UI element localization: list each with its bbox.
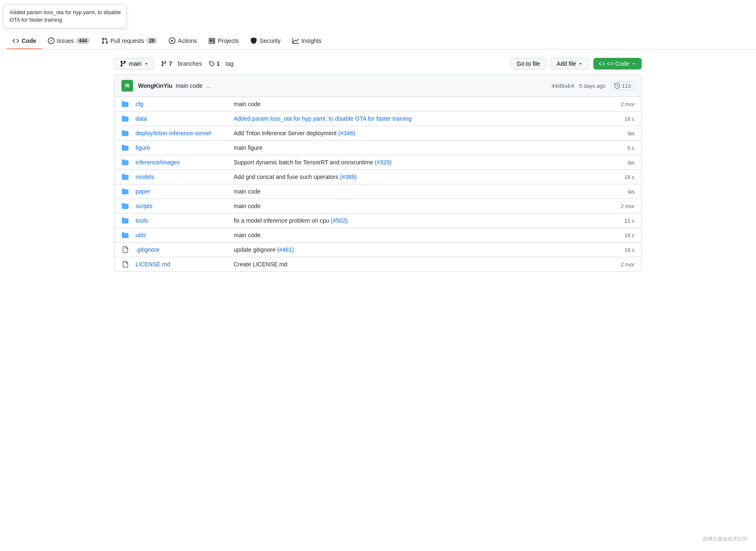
file-name-link[interactable]: .gitignore (136, 246, 160, 253)
commit-time: las (610, 189, 635, 195)
commit-time: 18 c (610, 116, 635, 122)
folder-icon (121, 115, 129, 122)
tab-insights[interactable]: Insights (287, 33, 327, 49)
table-row: dataAdded param loss_ota for hyp.yaml, t… (115, 112, 641, 126)
branch-bar: main 7 branches 1 tag Go to f (114, 58, 642, 69)
add-file-button[interactable]: Add file (551, 58, 590, 69)
commit-time: las (610, 159, 635, 166)
folder-icon (122, 188, 128, 195)
commit-dots[interactable]: ... (206, 82, 211, 89)
security-icon (250, 37, 257, 44)
file-name-link[interactable]: utils (136, 232, 146, 238)
branches-label: branches (178, 60, 202, 67)
commit-author[interactable]: WongKinYiu (138, 82, 172, 89)
commit-issue-link[interactable]: (#329) (375, 159, 391, 166)
go-to-file-button[interactable]: Go to file (511, 58, 546, 69)
table-row: deploy/triton-inference-serverAdd Triton… (115, 126, 641, 141)
commit-description: Added param loss_ota for hyp.yaml, to di… (234, 115, 603, 122)
tab-actions[interactable]: Actions (163, 33, 203, 49)
table-row: figuremain figure5 c (115, 141, 641, 155)
tooltip-line1: Added param loss_ota for hyp.yaml, to di… (10, 9, 121, 15)
commit-description: Add Triton Inference Server deployment (… (234, 130, 603, 137)
add-file-label: Add file (557, 60, 576, 67)
tags-link[interactable]: 1 tag (209, 60, 234, 67)
table-row: utilsmain code18 c (115, 228, 641, 243)
table-row: cfgmain code2 mor (115, 97, 641, 112)
code-btn-label: <> Code (607, 60, 629, 67)
code-button[interactable]: <> Code (593, 58, 642, 69)
issues-icon (48, 37, 54, 44)
commit-time: 18 c (610, 247, 635, 253)
nav-tabs: Code Issues 444 Pull requests 28 Actions… (0, 33, 756, 50)
tab-issues-label: Issues (57, 37, 74, 44)
branch-name: main (129, 60, 141, 67)
commit-message: main code (175, 82, 203, 89)
commit-description: main figure (234, 144, 603, 151)
file-name-link[interactable]: cfg (136, 101, 143, 107)
code-chevron-icon (631, 61, 636, 66)
commit-time: 18 c (610, 232, 635, 238)
tag-icon (209, 61, 215, 67)
commit-issue-link[interactable]: (#346) (338, 130, 355, 137)
file-name-link[interactable]: deploy/triton-inference-server (136, 130, 211, 137)
commit-issue-link[interactable]: (#502) (331, 217, 347, 224)
file-name-link[interactable]: scripts (136, 203, 152, 209)
avatar: W (121, 80, 133, 92)
folder-icon (121, 144, 129, 151)
tab-code[interactable]: Code (7, 33, 42, 49)
commit-description: main code (234, 203, 603, 209)
commit-description: Add grid concat and fuse such operators … (234, 174, 603, 180)
commit-header: W WongKinYiu main code ... 44d8ab4 5 day… (115, 75, 641, 97)
commit-description: fix a model inference problem on cpu (#5… (234, 217, 603, 224)
tags-label: tag (225, 60, 233, 67)
tab-pr-label: Pull requests (111, 37, 144, 44)
branch-bar-left: main 7 branches 1 tag (114, 58, 234, 69)
folder-icon (121, 202, 129, 210)
branches-link[interactable]: 7 branches (161, 60, 202, 67)
commit-issue-link[interactable]: (#389) (340, 174, 356, 180)
file-name-link[interactable]: LICENSE.md (136, 261, 170, 268)
commit-time: 2 mor (610, 101, 635, 107)
commit-issue-link[interactable]: (#461) (277, 246, 294, 253)
chevron-down-icon (144, 61, 149, 66)
commit-history[interactable]: 113 (610, 82, 635, 90)
table-row: toolsfix a model inference problem on cp… (115, 213, 641, 228)
commit-time: 2 mor (610, 203, 635, 209)
folder-icon (122, 232, 128, 238)
file-table: W WongKinYiu main code ... 44d8ab4 5 day… (114, 74, 642, 272)
commit-description: Support dynamic batch for TensorRT and o… (234, 159, 603, 166)
tab-actions-label: Actions (178, 37, 197, 44)
branch-selector[interactable]: main (114, 58, 154, 69)
file-name-link[interactable]: data (136, 115, 147, 122)
file-name-link[interactable]: tools (136, 217, 148, 224)
table-row: .gitignoreupdate gitignore (#461)18 c (115, 243, 641, 257)
branches-count: 7 (169, 60, 172, 67)
file-name-link[interactable]: inference/images (136, 159, 180, 166)
tab-issues[interactable]: Issues 444 (42, 33, 96, 49)
commit-description: main code (234, 188, 603, 195)
commit-time: 5 c (610, 145, 635, 151)
file-name-link[interactable]: models (136, 174, 154, 180)
file-name-link[interactable]: figure (136, 144, 150, 151)
tab-code-label: Code (22, 37, 36, 44)
add-file-chevron-icon (578, 61, 583, 66)
table-row: scriptsmain code2 mor (115, 199, 641, 213)
tab-projects[interactable]: Projects (203, 33, 245, 49)
tab-pull-requests[interactable]: Pull requests 28 (96, 33, 163, 49)
folder-icon (121, 217, 129, 224)
tab-security-label: Security (259, 37, 281, 44)
file-name-link[interactable]: paper (136, 188, 151, 195)
branch-icon (120, 60, 126, 67)
code-icon (12, 37, 19, 44)
file-icon (121, 246, 129, 253)
tab-security[interactable]: Security (245, 33, 287, 49)
commit-info: WongKinYiu main code ... (138, 82, 546, 89)
tab-insights-label: Insights (301, 37, 321, 44)
commit-description: main code (234, 232, 603, 238)
commit-hash[interactable]: 44d8ab4 (551, 83, 574, 89)
folder-icon (121, 173, 129, 181)
folder-icon (122, 217, 128, 224)
folder-icon (122, 130, 128, 137)
commit-msg-link[interactable]: Added param loss_ota for hyp.yaml, to di… (234, 115, 412, 122)
file-icon (121, 261, 129, 268)
